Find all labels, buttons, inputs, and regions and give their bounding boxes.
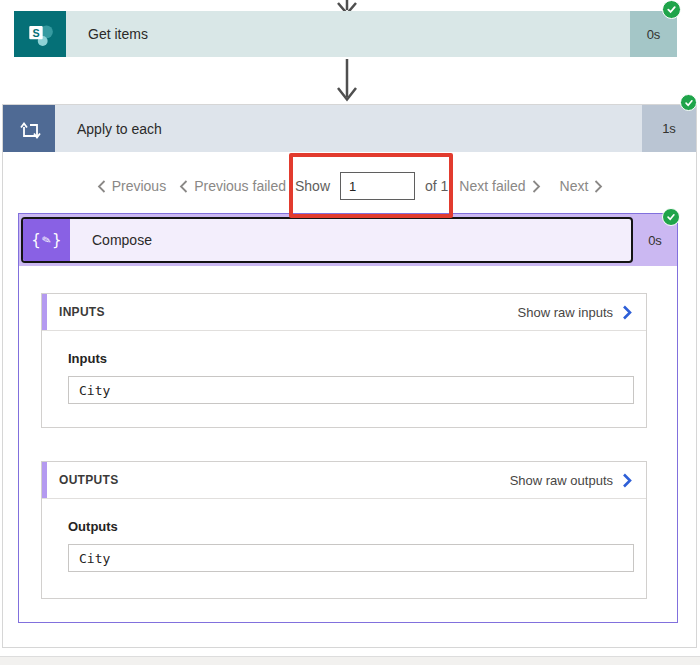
- show-raw-outputs-link[interactable]: Show raw outputs: [510, 473, 632, 488]
- action-title: Compose: [70, 219, 631, 261]
- page-background-strip: [0, 656, 700, 665]
- success-check-icon: [662, 208, 680, 226]
- accent-bar: [42, 294, 47, 330]
- action-compose[interactable]: {✎} Compose: [21, 217, 633, 263]
- sharepoint-icon: S: [14, 11, 66, 57]
- show-raw-inputs-label: Show raw inputs: [518, 305, 613, 320]
- show-raw-inputs-link[interactable]: Show raw inputs: [518, 305, 632, 320]
- outputs-panel-body: Outputs City: [42, 499, 646, 572]
- outputs-panel: OUTPUTS Show raw outputs Outputs City: [41, 461, 647, 599]
- outputs-value-box: City: [68, 544, 634, 572]
- show-raw-outputs-label: Show raw outputs: [510, 473, 613, 488]
- action-title: Apply to each: [55, 105, 642, 152]
- pagination-previous-label: Previous: [112, 178, 166, 194]
- action-duration: 1s: [642, 105, 696, 152]
- chevron-right-icon: [532, 180, 541, 193]
- outputs-header-label: OUTPUTS: [59, 473, 510, 487]
- iteration-number-input[interactable]: [340, 172, 415, 200]
- inputs-value-box: City: [68, 376, 634, 404]
- compose-header-strip: {✎} Compose 0s: [19, 214, 677, 266]
- pagination-previous-failed-button[interactable]: Previous failed: [179, 178, 286, 194]
- of-count-label: of 1: [425, 178, 448, 194]
- pagination-previous-button[interactable]: Previous: [97, 178, 166, 194]
- outputs-field-label: Outputs: [68, 519, 634, 534]
- action-compose-card: {✎} Compose 0s INPUTS Show raw inputs In…: [18, 213, 678, 623]
- compose-icon: {✎}: [23, 219, 70, 261]
- chevron-right-icon: [594, 180, 603, 193]
- chevron-right-icon: [622, 473, 632, 488]
- success-check-icon: [662, 0, 681, 19]
- chevron-right-icon: [622, 305, 632, 320]
- inputs-header-label: INPUTS: [59, 305, 518, 319]
- pagination-next-button[interactable]: Next: [560, 178, 604, 194]
- inputs-panel-body: Inputs City: [42, 331, 646, 404]
- accent-bar: [42, 462, 47, 498]
- pagination-next-failed-label: Next failed: [459, 178, 525, 194]
- iteration-pagination: Previous Previous failed Show of 1 Next …: [0, 170, 700, 202]
- action-apply-to-each[interactable]: Apply to each 1s: [3, 105, 696, 152]
- show-label: Show: [295, 178, 330, 194]
- pagination-previous-failed-label: Previous failed: [194, 178, 286, 194]
- apply-to-each-loop-icon: [3, 105, 55, 152]
- chevron-left-icon: [97, 180, 106, 193]
- outputs-panel-header: OUTPUTS Show raw outputs: [42, 462, 646, 499]
- pagination-next-label: Next: [560, 178, 589, 194]
- action-title: Get items: [66, 11, 630, 57]
- success-check-icon: [680, 94, 697, 111]
- pagination-next-failed-button[interactable]: Next failed: [459, 178, 540, 194]
- svg-text:S: S: [33, 27, 40, 39]
- inputs-panel: INPUTS Show raw inputs Inputs City: [41, 293, 647, 428]
- inputs-field-label: Inputs: [68, 351, 634, 366]
- action-get-items[interactable]: S Get items 0s: [14, 11, 677, 57]
- inputs-panel-header: INPUTS Show raw inputs: [42, 294, 646, 331]
- chevron-left-icon: [179, 180, 188, 193]
- connector-arrow-get-items-to-loop: [0, 58, 700, 103]
